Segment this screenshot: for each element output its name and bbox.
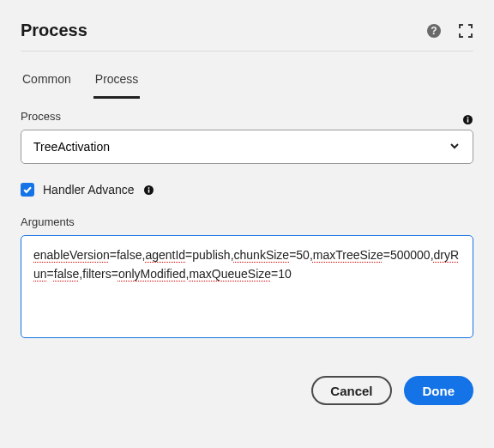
done-button[interactable]: Done [404, 376, 474, 405]
tab-common[interactable]: Common [21, 67, 73, 98]
help-icon[interactable]: ? [425, 22, 443, 39]
tabs: Common Process [21, 67, 473, 98]
handler-advance-row: Handler Advance [21, 183, 473, 197]
svg-rect-3 [467, 119, 468, 123]
dialog-footer: Cancel Done [21, 376, 473, 405]
dialog-title: Process [21, 21, 87, 40]
process-select[interactable]: TreeActivation [21, 130, 473, 164]
chevron-down-icon [449, 140, 461, 154]
process-field-label-row: Process [21, 110, 473, 130]
cancel-button[interactable]: Cancel [311, 376, 391, 405]
handler-advance-checkbox[interactable] [21, 183, 34, 197]
svg-rect-7 [148, 187, 150, 189]
svg-rect-4 [467, 117, 468, 118]
arguments-textarea[interactable]: enableVersion=false,agentId=publish,chun… [21, 235, 473, 338]
svg-rect-6 [148, 189, 150, 192]
arguments-label: Arguments [21, 215, 473, 228]
tab-process[interactable]: Process [93, 67, 141, 99]
svg-text:?: ? [431, 25, 437, 37]
fullscreen-icon[interactable] [458, 23, 473, 39]
process-select-value: TreeActivation [33, 140, 110, 154]
process-field-label: Process [21, 110, 61, 123]
dialog-header: Process ? [21, 21, 473, 51]
info-icon[interactable] [143, 184, 155, 196]
process-step-dialog: Process ? Common Process Process TreeAct… [0, 0, 494, 422]
handler-advance-label: Handler Advance [43, 183, 135, 197]
header-icons: ? [425, 22, 473, 39]
info-icon[interactable] [461, 114, 473, 126]
